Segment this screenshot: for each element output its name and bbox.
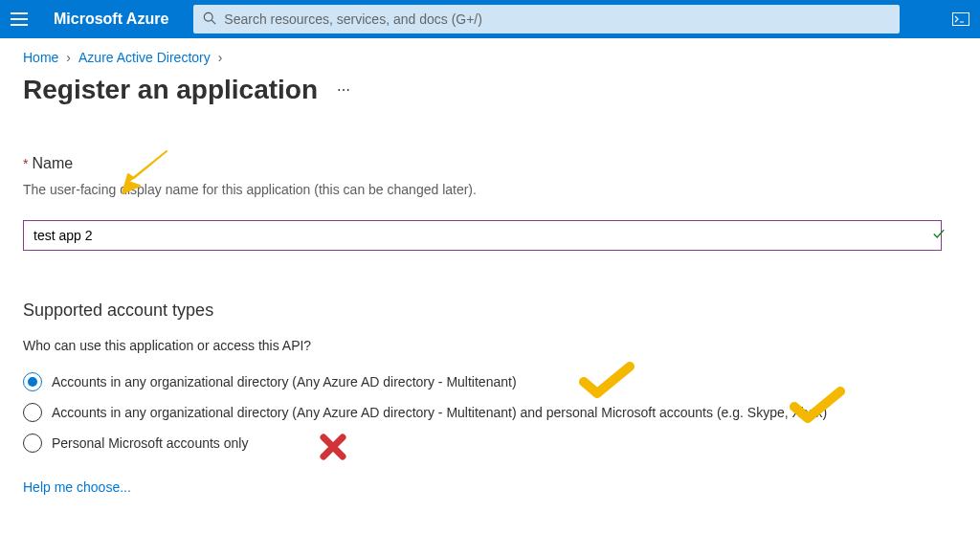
search-container [188,5,905,33]
breadcrumb: Home › Azure Active Directory › [23,50,957,65]
page-content: Home › Azure Active Directory › Register… [0,38,980,506]
help-me-choose-link[interactable]: Help me choose... [23,479,131,495]
search-box[interactable] [193,5,900,33]
chevron-right-icon: › [218,50,223,65]
radio-icon [23,403,42,422]
name-section: *Name The user-facing display name for t… [23,155,957,251]
topbar: Microsoft Azure [0,0,980,38]
valid-check-icon [932,228,946,244]
radio-option-personal-only[interactable]: Personal Microsoft accounts only [23,428,957,458]
page-title: Register an application [23,75,318,105]
svg-point-0 [205,12,213,21]
account-types-radio-group: Accounts in any organizational directory… [23,367,957,458]
radio-label: Accounts in any organizational directory… [52,405,827,420]
account-types-section: Supported account types Who can use this… [23,300,957,495]
search-icon [203,11,216,28]
cloud-shell-icon[interactable] [942,0,980,38]
more-actions-icon[interactable]: ⋯ [337,82,350,98]
breadcrumb-aad[interactable]: Azure Active Directory [78,50,211,65]
name-description: The user-facing display name for this ap… [23,182,957,197]
page-title-row: Register an application ⋯ [23,75,957,105]
svg-line-1 [212,20,216,24]
radio-icon [23,434,42,453]
name-label: Name [32,155,73,171]
name-input[interactable] [23,220,942,251]
svg-rect-2 [953,13,969,26]
radio-label: Accounts in any organizational directory… [52,374,517,389]
required-indicator: * [23,156,28,171]
hamburger-menu-icon[interactable] [0,0,38,38]
name-input-wrap [23,220,957,251]
azure-logo-text[interactable]: Microsoft Azure [38,11,188,28]
chevron-right-icon: › [66,50,71,65]
account-types-title: Supported account types [23,300,957,321]
breadcrumb-home[interactable]: Home [23,50,58,65]
radio-option-multitenant-personal[interactable]: Accounts in any organizational directory… [23,397,957,428]
account-types-subtitle: Who can use this application or access t… [23,338,957,353]
radio-option-multitenant[interactable]: Accounts in any organizational directory… [23,367,957,397]
search-input[interactable] [224,11,890,27]
radio-icon [23,372,42,391]
radio-label: Personal Microsoft accounts only [52,435,248,451]
name-label-row: *Name [23,155,957,172]
